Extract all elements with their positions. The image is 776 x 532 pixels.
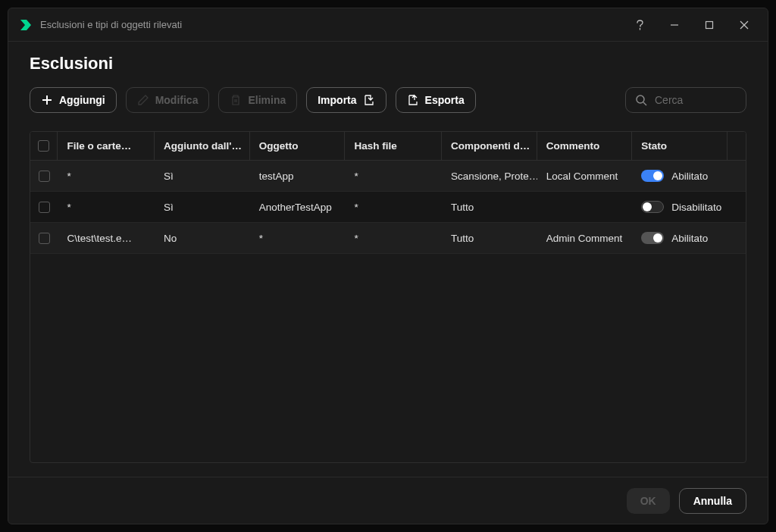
row-checkbox[interactable] — [39, 233, 50, 244]
cell-object: * — [250, 223, 346, 253]
row-checkbox[interactable] — [39, 202, 50, 213]
delete-button-label: Elimina — [248, 94, 286, 106]
cell-added: Sì — [155, 192, 250, 222]
header-state[interactable]: Stato — [632, 132, 728, 161]
toolbar: Aggiungi Modifica Elimina Importa Esport… — [30, 87, 746, 113]
cell-spacer — [728, 223, 746, 253]
cell-state: Disabilitato — [632, 192, 728, 222]
maximize-button[interactable] — [692, 13, 727, 37]
delete-button: Elimina — [218, 87, 297, 113]
pencil-icon — [137, 94, 149, 106]
export-button-label: Esporta — [425, 94, 465, 106]
svg-rect-1 — [706, 21, 713, 28]
dialog-footer: OK Annulla — [8, 477, 768, 524]
trash-icon — [230, 94, 242, 106]
content-area: Esclusioni Aggiungi Modifica Elimina Imp… — [8, 42, 768, 477]
cell-state: Abilitato — [632, 161, 728, 191]
row-checkbox-cell — [30, 161, 58, 191]
select-all-checkbox[interactable] — [38, 140, 49, 152]
header-file[interactable]: File o carte… — [58, 132, 155, 161]
cell-comment — [537, 192, 633, 222]
cell-added: No — [155, 223, 250, 253]
titlebar: Esclusioni e tipi di oggetti rilevati — [8, 8, 768, 42]
state-label: Disabilitato — [671, 202, 721, 213]
row-checkbox-cell — [30, 192, 58, 222]
state-label: Abilitato — [671, 171, 708, 182]
page-title: Esclusioni — [30, 54, 746, 74]
header-comment[interactable]: Commento — [537, 132, 633, 161]
exclusions-table: File o carte… Aggiunto dall'… Oggetto Ha… — [30, 131, 746, 463]
header-spacer — [728, 132, 746, 161]
header-checkbox-cell — [30, 132, 58, 161]
cell-spacer — [728, 192, 746, 222]
cell-state: Abilitato — [632, 223, 728, 253]
cell-hash: * — [345, 192, 442, 222]
plus-icon — [41, 94, 53, 106]
export-icon — [407, 94, 419, 106]
header-object[interactable]: Oggetto — [250, 132, 346, 161]
cell-file: * — [58, 192, 155, 222]
state-toggle[interactable] — [641, 170, 664, 182]
edit-button-label: Modifica — [155, 94, 199, 106]
svg-line-7 — [643, 102, 646, 105]
add-button[interactable]: Aggiungi — [30, 87, 117, 113]
header-components[interactable]: Componenti d… — [442, 132, 537, 161]
table-row[interactable]: *SìAnotherTestApp*TuttoDisabilitato — [30, 192, 746, 223]
cell-added: Sì — [155, 161, 250, 191]
cell-spacer — [728, 161, 746, 191]
search-input[interactable] — [655, 94, 737, 106]
search-icon — [635, 94, 647, 106]
state-toggle[interactable] — [641, 201, 664, 213]
ok-button: OK — [627, 488, 670, 514]
add-button-label: Aggiungi — [59, 94, 105, 106]
window-title: Esclusioni e tipi di oggetti rilevati — [40, 19, 622, 30]
cell-comment: Admin Comment — [537, 223, 633, 253]
row-checkbox-cell — [30, 223, 58, 253]
table-header: File o carte… Aggiunto dall'… Oggetto Ha… — [30, 132, 746, 161]
import-button[interactable]: Importa — [306, 87, 386, 113]
minimize-button[interactable] — [657, 13, 692, 37]
close-button[interactable] — [727, 13, 762, 37]
dialog-window: Esclusioni e tipi di oggetti rilevati Es… — [8, 8, 768, 524]
import-button-label: Importa — [318, 94, 356, 106]
cell-components: Scansione, Prote… — [442, 161, 537, 191]
cell-hash: * — [345, 223, 442, 253]
table-body: *SìtestApp*Scansione, Prote…Local Commen… — [30, 161, 746, 462]
cell-hash: * — [345, 161, 442, 191]
table-row[interactable]: C\test\test.e…No**TuttoAdmin CommentAbil… — [30, 223, 746, 254]
state-label: Abilitato — [671, 233, 708, 244]
cell-comment: Local Comment — [537, 161, 633, 191]
row-checkbox[interactable] — [39, 171, 50, 182]
header-added[interactable]: Aggiunto dall'… — [155, 132, 250, 161]
window-controls — [622, 13, 762, 37]
cell-components: Tutto — [442, 223, 537, 253]
help-button[interactable] — [622, 13, 657, 37]
app-logo-icon — [19, 18, 33, 32]
cancel-button[interactable]: Annulla — [679, 488, 746, 514]
header-hash[interactable]: Hash file — [345, 132, 442, 161]
cell-components: Tutto — [442, 192, 537, 222]
edit-button: Modifica — [126, 87, 210, 113]
search-box[interactable] — [625, 87, 746, 113]
cell-file: * — [58, 161, 155, 191]
cell-file: C\test\test.e… — [58, 223, 155, 253]
svg-point-6 — [637, 95, 644, 103]
export-button[interactable]: Esporta — [396, 87, 476, 113]
cell-object: testApp — [250, 161, 346, 191]
cell-object: AnotherTestApp — [250, 192, 346, 222]
import-icon — [363, 94, 375, 106]
table-row[interactable]: *SìtestApp*Scansione, Prote…Local Commen… — [30, 161, 746, 192]
state-toggle[interactable] — [641, 232, 664, 244]
